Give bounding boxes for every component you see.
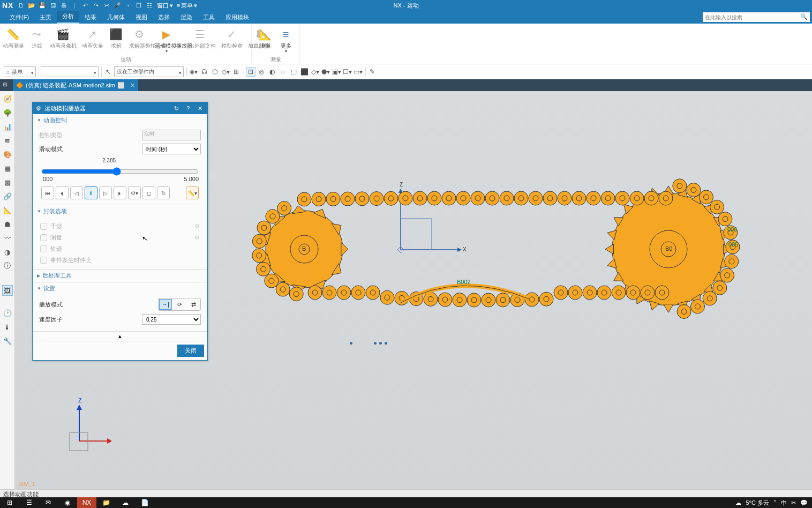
ribbon-solve[interactable]: ⬛求解: [107, 26, 126, 50]
screenshot-icon[interactable]: ✂: [791, 499, 796, 506]
section-package-options[interactable]: 封装选项: [33, 205, 207, 218]
ribbon-trace[interactable]: ⤳追踪: [27, 26, 47, 50]
rail-pmi-icon[interactable]: 📐: [2, 205, 13, 215]
gear-icon[interactable]: ⚙: [2, 81, 8, 88]
tab-pin-icon[interactable]: ⬜: [117, 82, 125, 89]
pause-button[interactable]: ⏸: [85, 186, 97, 199]
app2-icon[interactable]: 📄: [135, 497, 154, 508]
tab-close-icon[interactable]: ✕: [130, 82, 135, 89]
pencil-icon[interactable]: ✎: [367, 67, 377, 77]
rail-tools-icon[interactable]: 🔧: [2, 335, 13, 346]
section-postprocess[interactable]: 后处理工具: [33, 270, 207, 282]
menu-select[interactable]: 选择: [153, 11, 175, 24]
stop-button[interactable]: ◻: [142, 186, 155, 199]
mail-icon[interactable]: ✉: [39, 497, 58, 508]
window-icon[interactable]: ❐: [134, 1, 143, 10]
loop-button[interactable]: ↻: [157, 186, 170, 199]
play-fwd-button[interactable]: ▷: [99, 186, 112, 199]
menu-home[interactable]: 主页: [34, 11, 57, 24]
rail-tree-icon[interactable]: 🌳: [2, 107, 13, 118]
chevron-up-icon[interactable]: ˄: [773, 499, 777, 506]
file-tab[interactable]: 🔶 (仿真) 链条装配-ASM-motion2.sim ⬜ ✕: [13, 79, 138, 91]
snap-4-icon[interactable]: ○: [278, 67, 288, 77]
rail-layers-icon[interactable]: ≣: [2, 135, 13, 146]
redo-icon[interactable]: ↷: [92, 1, 100, 10]
play-rev-button[interactable]: ◁: [70, 186, 83, 199]
explorer-icon[interactable]: 📁: [96, 497, 116, 508]
rail-info-icon[interactable]: ⓘ: [2, 260, 13, 271]
menu-geometry[interactable]: 几何体: [102, 11, 130, 24]
ribbon-anim-measure[interactable]: 📏动画测量: [1, 26, 26, 50]
search-input[interactable]: [703, 12, 810, 22]
rail-history-icon[interactable]: 🕐: [2, 308, 13, 318]
menu-view[interactable]: 视图: [130, 11, 153, 24]
view-triad[interactable]: Z X: [52, 398, 111, 457]
menu-render[interactable]: 渲染: [175, 11, 198, 24]
rail-constraints-icon[interactable]: 🔗: [2, 191, 13, 201]
rail-wave-icon[interactable]: 〰: [2, 233, 13, 243]
close-icon[interactable]: ✕: [196, 104, 204, 113]
sel-4-icon[interactable]: ◇▾: [221, 67, 230, 77]
undo-icon[interactable]: ↶: [81, 1, 89, 10]
menu-apps[interactable]: 应用模块: [220, 11, 254, 24]
menu-dropdown[interactable]: ≡ 菜单(M): [4, 66, 36, 77]
rail-render-icon[interactable]: ◑: [2, 246, 13, 257]
rail-sim-icon[interactable]: 📊: [2, 121, 13, 132]
snap-8-icon[interactable]: ⬣▾: [321, 67, 330, 77]
menu-results[interactable]: 结果: [79, 11, 102, 24]
rail-grid-icon[interactable]: ▦: [2, 163, 13, 174]
system-tray[interactable]: ☁ 5°C 多云 ˄ 中 ✂ 💬: [735, 499, 812, 507]
ribbon-recorder[interactable]: 🎬动画录像机: [48, 26, 79, 50]
snap-3-icon[interactable]: ◐: [267, 67, 277, 77]
nx-taskbar-icon[interactable]: NX: [77, 497, 96, 508]
rail-scene-icon[interactable]: 🖼: [2, 285, 13, 296]
start-button[interactable]: ⊞: [0, 497, 19, 508]
rail-body-icon[interactable]: ☗: [2, 219, 13, 229]
reset-icon[interactable]: ↻: [172, 104, 181, 113]
snap-2-icon[interactable]: ◎: [257, 67, 266, 77]
ribbon-more[interactable]: ≡更多▾: [276, 26, 296, 55]
snap-6-icon[interactable]: ⬛: [299, 67, 309, 77]
save-icon[interactable]: 💾: [38, 1, 47, 10]
notif-icon[interactable]: 💬: [800, 499, 808, 506]
menu-analysis[interactable]: 分析: [57, 10, 79, 24]
speed-select[interactable]: 0.25: [142, 314, 201, 325]
mode-pingpong-button[interactable]: ⇄: [187, 299, 200, 310]
prev-frame-button[interactable]: ⏴: [56, 186, 69, 199]
open-icon[interactable]: 📂: [27, 1, 36, 10]
ime-icon[interactable]: 中: [781, 499, 787, 507]
search-box[interactable]: 🔍: [703, 12, 810, 22]
mic-icon[interactable]: 🎤: [113, 1, 122, 10]
title-simple-menu[interactable]: ≡ 菜单 ▾: [176, 2, 197, 10]
time-slider[interactable]: [41, 167, 199, 176]
snap-11-icon[interactable]: ▭▾: [353, 67, 363, 77]
rail-colors-icon[interactable]: 🎨: [2, 149, 13, 160]
cascade-icon[interactable]: ☷: [145, 1, 154, 10]
sel-1-icon[interactable]: ◈▾: [189, 67, 198, 77]
help-icon[interactable]: ?: [184, 104, 192, 113]
print-icon[interactable]: 🖶: [59, 1, 68, 10]
cursor-icon[interactable]: ↖: [103, 67, 113, 77]
menu-file[interactable]: 文件(F): [4, 11, 34, 24]
touch-icon[interactable]: ☞: [124, 1, 132, 10]
snap-10-icon[interactable]: ☐▾: [342, 67, 352, 77]
weather-icon[interactable]: ☁: [735, 499, 741, 506]
menu-tools[interactable]: 工具: [198, 11, 220, 24]
next-frame-button[interactable]: ⏵: [114, 186, 126, 199]
section-animation-control[interactable]: 动画控制: [33, 114, 207, 126]
search-icon[interactable]: 🔍: [800, 13, 808, 20]
ribbon-measure[interactable]: 📐测量: [256, 26, 275, 50]
gear-icon[interactable]: ⚙: [36, 105, 41, 112]
rail-palette-icon[interactable]: 🌡: [2, 322, 13, 332]
mode-loop-button[interactable]: ⟳: [173, 299, 186, 310]
rail-assem-icon[interactable]: ▩: [2, 177, 13, 188]
options-button[interactable]: 📏▾: [186, 186, 199, 199]
dialog-titlebar[interactable]: ⚙ 运动模拟播放器 ↻ ? ✕: [33, 102, 207, 114]
snap-9-icon[interactable]: ▣▾: [332, 67, 341, 77]
ribbon-check[interactable]: ✓模型检查: [219, 26, 245, 50]
snap-5-icon[interactable]: ⬚: [289, 67, 298, 77]
scope-dropdown[interactable]: 仅在工作部件内: [114, 66, 184, 77]
window-menu[interactable]: 窗口 ▾: [157, 2, 173, 10]
task-view-icon[interactable]: ☰: [19, 497, 39, 508]
mode-once-button[interactable]: →|: [159, 299, 172, 310]
